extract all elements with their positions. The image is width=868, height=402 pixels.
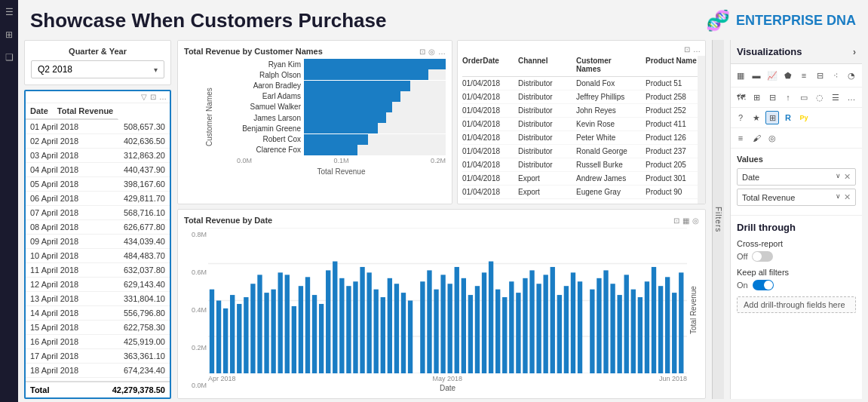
col-orderdate-header: OrderDate [462,57,509,73]
svg-rect-49 [516,293,520,373]
bar-track[interactable] [304,145,446,155]
bar-label: James Larson [237,114,301,122]
viz-icon-waterfall[interactable]: ⊟ [813,69,827,82]
field-revenue[interactable]: Total Revenue ∨ ✕ [737,189,856,206]
bar-more-icon[interactable]: ◎ [428,48,435,56]
grid-focus-icon[interactable]: ⊡ [684,45,690,54]
viz-icon-R[interactable]: R [781,111,795,124]
viz-icon-card[interactable]: ▭ [797,91,811,104]
svg-rect-40 [455,267,459,373]
viz-icon-kpi[interactable]: ↑ [781,91,795,104]
grid-more-icon[interactable]: … [693,45,701,54]
more-icon[interactable]: … [159,93,167,101]
bar-track[interactable] [304,134,446,145]
svg-rect-50 [523,278,527,373]
line-bar-icon[interactable]: ▦ [682,216,689,225]
bar-fill [304,59,446,69]
add-drill-button[interactable]: Add drill-through fields here [737,296,856,313]
svg-rect-14 [271,290,275,373]
col-customer-header: Customer Names [576,57,636,73]
field-date[interactable]: Date ∨ ✕ [737,168,856,186]
nav-icon-1[interactable]: ☰ [3,6,15,18]
bar-fill [304,123,378,133]
table-row: 12 April 2018629,143.40 [26,278,170,292]
cross-report-toggle[interactable] [752,251,773,262]
bar-track[interactable] [304,81,446,91]
slicer-dropdown[interactable]: Q2 2018 ▾ [31,60,164,78]
viz-icon-map[interactable]: 🗺 [734,91,747,104]
cell-date: 18 April 2018 [26,364,118,378]
viz-icon-pie[interactable]: ◔ [845,69,858,82]
field-date-expand-icon[interactable]: ∨ [836,172,841,182]
viz-icon-Py[interactable]: Py [797,111,811,124]
field-revenue-expand-icon[interactable]: ∨ [836,192,841,202]
cell-revenue: 622,758.30 [118,321,170,335]
grid-body[interactable]: 01/04/2018DistributorDonald FoxProduct 5… [462,77,701,199]
viz-icon-bar[interactable]: ▬ [750,69,763,82]
bar-x-label: Total Revenue [237,167,446,176]
nav-icon-3[interactable]: ❑ [3,51,15,63]
grid-row: 01/04/2018DistributorDonald FoxProduct 5… [462,77,701,91]
viz-icon-ribbon[interactable]: ≡ [797,69,811,82]
svg-rect-22 [326,270,330,373]
svg-rect-26 [353,281,357,373]
bar-ellipsis-icon[interactable]: … [438,48,446,56]
viz-icon-area[interactable]: ⬟ [781,69,795,82]
line-focus-icon[interactable]: ⊡ [673,216,679,225]
cell-revenue: 331,804.10 [118,292,170,306]
svg-rect-5 [210,290,214,373]
bar-track[interactable] [304,112,446,123]
viz-icon-table-active[interactable]: ⊞ [765,111,779,124]
table-wrapper[interactable]: Date Total Revenue 01 April 2018508,657.… [26,103,170,381]
nav-icon-2[interactable]: ⊞ [3,29,15,41]
table-row: 03 April 2018312,863.20 [26,149,170,163]
top-row: Total Revenue by Customer Names ⊡ ◎ … Cu… [177,40,706,204]
viz-icon-fields[interactable]: ≡ [734,131,747,145]
field-date-remove-icon[interactable]: ✕ [844,172,851,182]
svg-rect-44 [482,272,486,373]
scroll-bar[interactable] [698,56,705,204]
viz-icon-scatter[interactable]: ⁖ [829,69,842,82]
viz-icon-gauge[interactable]: ◌ [813,91,827,104]
cell-revenue: 674,234.40 [118,364,170,378]
svg-rect-38 [440,275,445,373]
bar-fill [304,145,357,155]
viz-icon-stacked-bar[interactable]: ▦ [734,69,747,82]
bar-track[interactable] [304,69,446,80]
header: Showcase When Customers Purchase 🧬 ENTER… [18,0,868,37]
viz-icon-matrix[interactable]: ⊟ [765,91,779,104]
bar-track[interactable] [304,123,446,133]
svg-rect-6 [216,301,221,374]
sidebar-chevron-icon[interactable]: › [853,47,856,57]
viz-icon-qa[interactable]: ? [734,111,747,124]
bar-track[interactable] [304,102,446,112]
bar-track[interactable] [304,59,446,69]
bar-fill [304,91,400,102]
viz-icon-format[interactable]: 🖌 [750,131,763,145]
field-revenue-remove-icon[interactable]: ✕ [844,192,851,202]
line-chart-svg-area: Apr 2018 May 2018 Jun 2018 Date [208,228,687,392]
viz-icon-more[interactable]: … [845,91,858,104]
bar-label: Robert Cox [237,135,301,143]
focus-icon[interactable]: ⊡ [150,93,156,101]
right-sidebar: Visualizations › ▦ ▬ 📈 ⬟ ≡ ⊟ ⁖ ◔ 🗺 ⊞ [730,40,862,399]
bar-chart-title: Total Revenue by Customer Names [184,47,323,56]
logo-dna-icon: 🧬 [706,9,730,32]
viz-icons-row2: 🗺 ⊞ ⊟ ↑ ▭ ◌ ☰ … [731,87,862,108]
keep-filters-toggle[interactable] [753,280,774,290]
viz-icon-treemap[interactable]: ⊞ [750,91,763,104]
viz-icon-smart[interactable]: ★ [750,111,763,124]
grid-row: 01/04/2018DistributorJeffrey PhillipsPro… [462,91,701,104]
viz-icon-slicer[interactable]: ☰ [829,91,842,104]
viz-icon-analytics[interactable]: ◎ [765,131,779,145]
bar-track[interactable] [304,91,446,102]
line-more-icon[interactable]: ◎ [692,216,699,225]
bar-row: Aaron Bradley [237,81,446,91]
filter-icon[interactable]: ▽ [141,93,147,101]
cell-revenue: 425,919.00 [118,335,170,349]
viz-icon-line[interactable]: 📈 [765,69,779,82]
grid-row: 01/04/2018DistributorRussell BurkeProduc… [462,158,701,172]
bar-focus-icon[interactable]: ⊡ [419,48,425,56]
cell-channel: Distributor [518,133,567,142]
cell-date: 07 April 2018 [26,206,118,220]
